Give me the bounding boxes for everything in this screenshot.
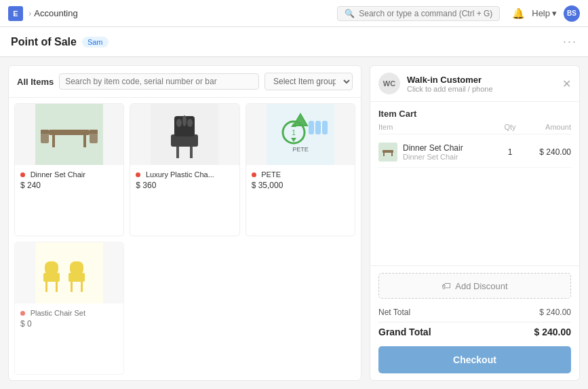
svg-rect-34 bbox=[383, 153, 385, 156]
net-total-label: Net Total bbox=[378, 308, 410, 317]
topbar: E › Accounting 🔍 🔔 Help ▾ BS bbox=[0, 0, 588, 27]
cart-panel: WC Walk-in Customer Click to add email /… bbox=[370, 65, 580, 381]
main-content: All Items Select Item group bbox=[0, 57, 588, 389]
item-image-luxury-plastic-chair bbox=[130, 104, 239, 165]
cart-title: Item Cart bbox=[378, 102, 571, 123]
close-customer-icon[interactable]: ✕ bbox=[562, 77, 571, 90]
items-panel-title: All Items bbox=[17, 77, 54, 87]
help-menu[interactable]: Help ▾ bbox=[532, 8, 557, 18]
grand-total-label: Grand Total bbox=[378, 327, 431, 337]
cart-body: Item Cart Item Qty Amount Dinner Set bbox=[370, 102, 579, 265]
add-discount-label: Add Discount bbox=[455, 281, 507, 291]
page-header: Point of Sale Sam ··· bbox=[0, 27, 588, 57]
col-amount-label: Amount bbox=[524, 123, 571, 131]
item-price-luxury-plastic-chair: $ 360 bbox=[136, 181, 233, 190]
discount-icon: 🏷 bbox=[442, 280, 451, 291]
totals: Net Total $ 240.00 Grand Total $ 240.00 bbox=[378, 305, 571, 339]
svg-rect-27 bbox=[45, 261, 58, 275]
item-dot-luxury-plastic-chair bbox=[136, 172, 140, 177]
cart-customer-header: WC Walk-in Customer Click to add email /… bbox=[370, 66, 579, 102]
grand-total-value: $ 240.00 bbox=[534, 327, 572, 337]
cart-columns: Item Qty Amount bbox=[378, 123, 571, 134]
item-name-plastic-chair-set: Plastic Chair Set bbox=[31, 309, 85, 317]
svg-rect-3 bbox=[83, 135, 86, 147]
search-icon: 🔍 bbox=[345, 9, 355, 18]
svg-rect-33 bbox=[383, 150, 393, 153]
svg-rect-19 bbox=[322, 121, 328, 134]
item-image-plastic-chair-set bbox=[15, 242, 123, 303]
items-search-input[interactable] bbox=[59, 73, 259, 90]
svg-rect-4 bbox=[41, 132, 49, 143]
net-total-value: $ 240.00 bbox=[539, 308, 571, 317]
item-card-plastic-chair-set[interactable]: Plastic Chair Set $ 0 bbox=[14, 242, 124, 375]
svg-rect-35 bbox=[391, 153, 393, 156]
topbar-right: 🔔 Help ▾ BS bbox=[512, 5, 580, 22]
net-total-row: Net Total $ 240.00 bbox=[378, 305, 571, 319]
item-dot-plastic-chair-set bbox=[20, 311, 25, 316]
svg-text:1: 1 bbox=[292, 129, 296, 136]
breadcrumb: › Accounting bbox=[28, 8, 78, 18]
page-tag[interactable]: Sam bbox=[82, 37, 109, 48]
item-card-luxury-plastic-chair[interactable]: Luxury Plastic Cha... $ 360 bbox=[130, 103, 239, 236]
user-avatar[interactable]: BS bbox=[564, 5, 580, 22]
svg-rect-1 bbox=[49, 130, 90, 135]
cart-item-name: Dinner Set Chair bbox=[403, 143, 496, 153]
more-options-icon[interactable]: ··· bbox=[563, 35, 577, 49]
cart-item-info: Dinner Set Chair Dinner Set Chair bbox=[403, 143, 496, 161]
page-title: Point of Sale bbox=[11, 36, 77, 48]
cart-footer: 🏷 Add Discount Net Total $ 240.00 Grand … bbox=[370, 265, 579, 380]
item-name-pete: PETE bbox=[261, 170, 281, 179]
svg-point-14 bbox=[182, 115, 187, 126]
checkout-button[interactable]: Checkout bbox=[378, 346, 571, 373]
item-dot-dinner-set-chair bbox=[20, 172, 25, 177]
breadcrumb-separator: › bbox=[28, 8, 31, 18]
col-item-label: Item bbox=[378, 123, 496, 131]
cart-item-qty[interactable]: 1 bbox=[496, 147, 524, 157]
items-panel: All Items Select Item group bbox=[8, 65, 361, 381]
svg-rect-7 bbox=[90, 130, 98, 134]
item-image-dinner-set-chair bbox=[15, 104, 123, 165]
items-header: All Items Select Item group bbox=[9, 66, 361, 98]
svg-rect-2 bbox=[52, 135, 55, 147]
items-grid: Dinner Set Chair $ 240 bbox=[9, 98, 361, 380]
item-price-plastic-chair-set: $ 0 bbox=[20, 319, 118, 329]
item-price-dinner-set-chair: $ 240 bbox=[20, 181, 118, 190]
item-name-luxury-plastic-chair: Luxury Plastic Cha... bbox=[146, 170, 214, 179]
cart-row[interactable]: Dinner Set Chair Dinner Set Chair 1 $ 24… bbox=[378, 137, 571, 168]
svg-rect-31 bbox=[70, 261, 83, 275]
customer-sub[interactable]: Click to add email / phone bbox=[407, 85, 555, 93]
item-info-dinner-set-chair: Dinner Set Chair $ 240 bbox=[15, 165, 123, 194]
bell-icon[interactable]: 🔔 bbox=[512, 7, 525, 20]
svg-rect-5 bbox=[41, 130, 49, 134]
add-discount-button[interactable]: 🏷 Add Discount bbox=[378, 273, 571, 299]
item-info-plastic-chair-set: Plastic Chair Set $ 0 bbox=[15, 303, 123, 333]
cart-item-thumb bbox=[378, 143, 397, 162]
breadcrumb-current: Accounting bbox=[34, 8, 77, 18]
item-price-pete: $ 35,000 bbox=[252, 181, 349, 190]
svg-point-15 bbox=[187, 119, 193, 127]
item-group-select[interactable]: Select Item group bbox=[264, 73, 353, 90]
item-dot-pete bbox=[252, 172, 256, 177]
grand-total-row: Grand Total $ 240.00 bbox=[378, 322, 571, 339]
col-qty-label: Qty bbox=[496, 123, 524, 131]
customer-info: Walk-in Customer Click to add email / ph… bbox=[407, 75, 555, 93]
app-icon[interactable]: E bbox=[8, 6, 23, 21]
svg-text:PETE: PETE bbox=[292, 146, 309, 153]
item-info-luxury-plastic-chair: Luxury Plastic Cha... $ 360 bbox=[130, 165, 239, 194]
search-input[interactable] bbox=[359, 9, 492, 18]
customer-initials: WC bbox=[378, 73, 400, 94]
item-card-pete[interactable]: PETE 1 PETE $ 35,000 bbox=[246, 103, 355, 236]
item-info-pete: PETE $ 35,000 bbox=[246, 165, 355, 194]
cart-item-sub: Dinner Set Chair bbox=[403, 153, 496, 161]
svg-point-13 bbox=[176, 119, 182, 127]
global-search[interactable]: 🔍 bbox=[337, 6, 500, 21]
customer-name[interactable]: Walk-in Customer bbox=[407, 75, 555, 85]
item-name-dinner-set-chair: Dinner Set Chair bbox=[31, 170, 85, 179]
svg-rect-17 bbox=[309, 121, 314, 134]
item-card-dinner-set-chair[interactable]: Dinner Set Chair $ 240 bbox=[14, 103, 124, 236]
cart-item-amount: $ 240.00 bbox=[524, 147, 571, 157]
svg-rect-6 bbox=[90, 132, 98, 143]
item-image-pete: PETE 1 bbox=[246, 104, 355, 165]
svg-rect-18 bbox=[315, 121, 321, 134]
